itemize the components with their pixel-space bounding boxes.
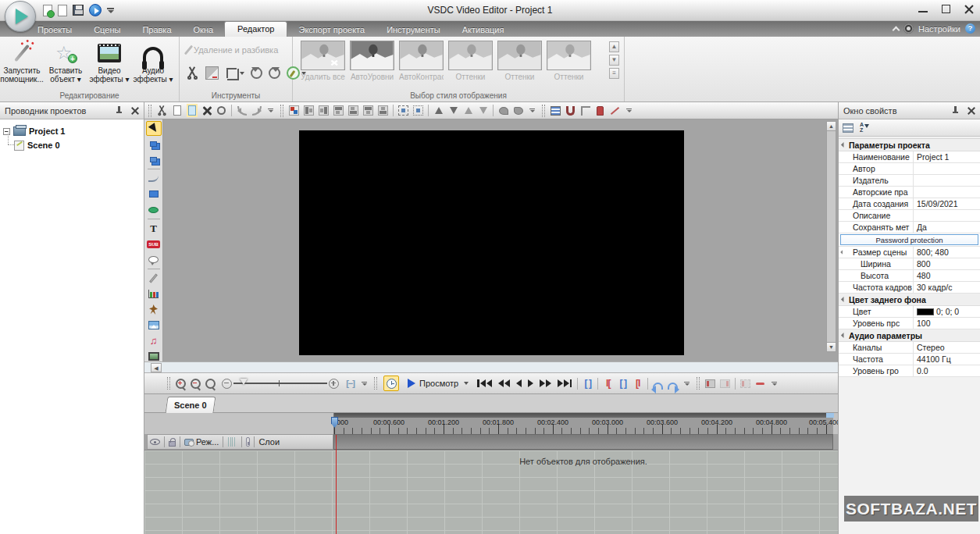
go-start-button[interactable]: [477, 379, 492, 387]
chart-tool[interactable]: [146, 287, 162, 301]
section-expander-icon[interactable]: [841, 297, 846, 302]
crop-button[interactable]: [225, 66, 244, 80]
categorize-icon[interactable]: [843, 123, 853, 133]
style-remove-all[interactable]: Удалить все: [301, 41, 345, 81]
audio-effects-button[interactable]: Аудиоэффекты ▾: [131, 40, 175, 84]
tab-scenes[interactable]: Сцены: [83, 23, 131, 37]
tab-windows[interactable]: Окна: [183, 23, 225, 37]
arrange-icon[interactable]: [287, 104, 301, 117]
section-expander-icon[interactable]: [841, 142, 846, 148]
scroll-left-icon[interactable]: ◀: [151, 363, 162, 372]
style-scroll-down-icon[interactable]: ▼: [609, 55, 619, 66]
align-right-icon[interactable]: [317, 104, 330, 117]
remove-guides-icon[interactable]: [608, 104, 622, 117]
marker-out-icon[interactable]: [I: [631, 377, 644, 390]
section-project-params[interactable]: Параметры проекта: [839, 139, 980, 151]
scissors-icon[interactable]: [186, 66, 199, 80]
scroll-down-icon[interactable]: ▼: [827, 342, 836, 351]
fit-object-icon[interactable]: [412, 104, 425, 117]
scene-tab[interactable]: Scene 0: [166, 397, 216, 413]
property-row-height[interactable]: Высота480: [839, 270, 980, 282]
marker-in-icon[interactable]: I[: [601, 377, 615, 390]
playback-overflow-icon[interactable]: [683, 382, 690, 386]
style-hue-1[interactable]: Оттенки: [448, 41, 493, 81]
snap-magnet-icon[interactable]: [564, 104, 577, 117]
align-overflow-icon[interactable]: [529, 109, 536, 112]
center-vertical-icon[interactable]: [376, 104, 390, 117]
bring-front-icon[interactable]: [461, 104, 475, 117]
fit-scene-icon[interactable]: [397, 104, 410, 117]
time-mode-button[interactable]: [383, 376, 399, 391]
property-row-frequency[interactable]: Частота44100 Гц: [839, 354, 980, 365]
subtitles-tool[interactable]: [146, 237, 162, 251]
send-back-icon[interactable]: [476, 104, 490, 117]
property-row-description[interactable]: Описание: [839, 210, 980, 222]
close-panel-icon[interactable]: [131, 107, 139, 115]
objects-shape-icon[interactable]: [184, 439, 194, 446]
center-horizontal-icon[interactable]: [362, 104, 375, 117]
property-row-framerate[interactable]: Частота кадров30 кадр/с: [839, 282, 980, 294]
tab-tools[interactable]: Инструменты: [376, 23, 451, 37]
help-icon[interactable]: [965, 23, 975, 34]
password-protection-button[interactable]: Password protection: [840, 234, 978, 245]
tree-item-scene[interactable]: Scene 0: [14, 138, 141, 152]
tab-projects[interactable]: Проекты: [27, 23, 83, 37]
align-top-icon[interactable]: [332, 104, 345, 117]
view-overflow-icon[interactable]: [625, 109, 633, 112]
undo-icon[interactable]: [235, 104, 248, 117]
paste-icon[interactable]: [185, 104, 198, 117]
color-swatch[interactable]: [917, 308, 934, 315]
group-icon[interactable]: [497, 104, 510, 117]
move-up-icon[interactable]: [432, 104, 445, 117]
style-scroll-up-icon[interactable]: ▲: [609, 41, 619, 52]
cutting-overflow-icon[interactable]: [771, 382, 778, 386]
fast-forward-button[interactable]: [540, 379, 551, 387]
timeline-grid[interactable]: Нет объектов для отображения.: [144, 450, 838, 534]
ellipse-tool[interactable]: [146, 202, 162, 217]
zoom-out-icon[interactable]: [189, 377, 202, 390]
timeline-ruler[interactable]: 000 00:00.600 00:01.200 00:01.800 00:02.…: [333, 413, 833, 434]
pin-icon[interactable]: [951, 106, 960, 115]
pin-icon[interactable]: [115, 106, 123, 115]
close-panel-icon[interactable]: [968, 107, 975, 115]
property-row-created[interactable]: Дата создания15/09/2021: [839, 198, 980, 210]
fast-backward-button[interactable]: [498, 379, 510, 387]
delete-icon[interactable]: [200, 104, 213, 117]
rotate-left-icon[interactable]: [251, 67, 262, 79]
zoom-slider[interactable]: [222, 379, 339, 389]
property-row-width[interactable]: Ширина800: [839, 258, 980, 270]
tab-editor-active[interactable]: Редактор: [224, 21, 287, 37]
tree-item-project[interactable]: Project 1: [3, 124, 141, 138]
ungroup-icon[interactable]: [511, 104, 525, 117]
gear-icon[interactable]: [903, 23, 914, 34]
align-left-icon[interactable]: [302, 104, 315, 117]
visibility-eye-icon[interactable]: [150, 439, 160, 445]
ruler-range-bar[interactable]: [334, 413, 834, 418]
copy-icon[interactable]: [170, 104, 184, 117]
maximize-button[interactable]: [942, 5, 950, 13]
step-forward-button[interactable]: [528, 379, 533, 387]
split-end-icon[interactable]: [718, 377, 732, 390]
set-markers-icon[interactable]: [ ]: [581, 377, 594, 390]
cut-fragment-icon[interactable]: [739, 377, 752, 390]
rotate-right-icon[interactable]: [269, 67, 280, 79]
style-hue-3[interactable]: Оттенки: [547, 41, 591, 81]
style-auto-levels[interactable]: АвтоУровни: [350, 41, 394, 81]
zoom-overflow-icon[interactable]: [361, 382, 368, 386]
step-back-button[interactable]: [516, 379, 522, 387]
zoom-minus-icon[interactable]: [222, 379, 232, 389]
property-row-copyright[interactable]: Авторские пра: [839, 187, 980, 198]
go-end-button[interactable]: [558, 379, 572, 387]
section-audio-params[interactable]: Аудио параметры: [839, 329, 980, 342]
insert-object-button[interactable]: ☆+ Вставитьобъект ▾: [44, 40, 87, 84]
property-row-volume[interactable]: Уровень гро0.0: [839, 365, 980, 377]
preview-canvas[interactable]: [299, 130, 684, 355]
cut-icon[interactable]: [155, 104, 169, 117]
fit-timeline-icon[interactable]: [−]: [344, 377, 357, 390]
zoom-100-icon[interactable]: [204, 377, 217, 390]
zoom-plus-icon[interactable]: [329, 379, 339, 389]
range-end-handle[interactable]: [826, 413, 834, 418]
mode-column-label[interactable]: Реж...: [196, 437, 219, 447]
zoom-slider-thumb[interactable]: [240, 379, 248, 385]
section-background-color[interactable]: Цвет заднего фона: [839, 294, 980, 306]
